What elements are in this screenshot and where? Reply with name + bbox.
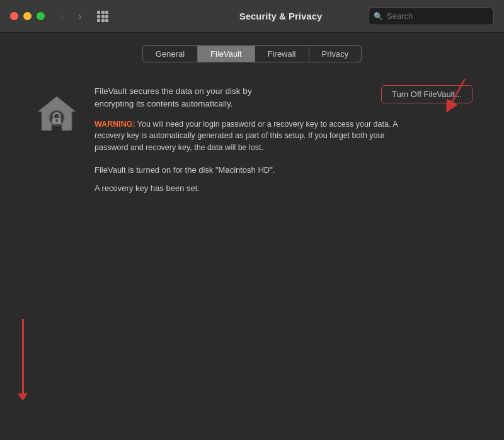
tab-firewall[interactable]: Firewall xyxy=(255,45,309,62)
svg-rect-7 xyxy=(101,19,105,22)
svg-rect-14 xyxy=(56,120,57,122)
filevault-panel: FileVault secures the data on your disk … xyxy=(0,72,504,440)
search-input[interactable] xyxy=(387,11,488,21)
tabs: General FileVault Firewall Privacy xyxy=(0,33,504,72)
svg-rect-8 xyxy=(105,19,108,22)
filevault-icon-area xyxy=(32,85,82,427)
minimize-button[interactable] xyxy=(23,12,32,20)
filevault-info: FileVault secures the data on your disk … xyxy=(82,85,472,427)
tab-general[interactable]: General xyxy=(142,45,198,62)
grid-icon[interactable] xyxy=(95,9,110,24)
maximize-button[interactable] xyxy=(37,12,45,20)
close-button[interactable] xyxy=(10,12,18,20)
forward-button[interactable]: › xyxy=(72,9,88,24)
search-icon: 🔍 xyxy=(374,12,383,21)
tab-filevault[interactable]: FileVault xyxy=(198,45,255,62)
warning-text: WARNING: You will need your login passwo… xyxy=(94,119,472,154)
traffic-lights xyxy=(10,12,45,20)
turn-off-filevault-button[interactable]: Turn Off FileVault... xyxy=(381,85,472,103)
svg-rect-5 xyxy=(105,15,108,18)
svg-rect-3 xyxy=(97,15,100,18)
svg-rect-4 xyxy=(101,15,105,18)
content-area: General FileVault Firewall Privacy xyxy=(0,33,504,440)
back-button[interactable]: ‹ xyxy=(55,9,70,24)
search-bar[interactable]: 🔍 xyxy=(368,8,494,25)
svg-rect-1 xyxy=(101,11,105,14)
svg-rect-6 xyxy=(97,19,100,22)
svg-rect-0 xyxy=(97,11,100,14)
titlebar: ‹ › Security & Privacy 🔍 xyxy=(0,0,504,33)
filevault-status: FileVault is turned on for the disk "Mac… xyxy=(94,164,472,177)
svg-rect-2 xyxy=(105,11,108,14)
tab-privacy[interactable]: Privacy xyxy=(309,45,362,62)
warning-label: WARNING: xyxy=(94,120,135,129)
recovery-key-status: A recovery key has been set. xyxy=(94,183,472,193)
nav-arrows: ‹ › xyxy=(55,9,88,24)
house-lock-icon xyxy=(34,91,79,137)
